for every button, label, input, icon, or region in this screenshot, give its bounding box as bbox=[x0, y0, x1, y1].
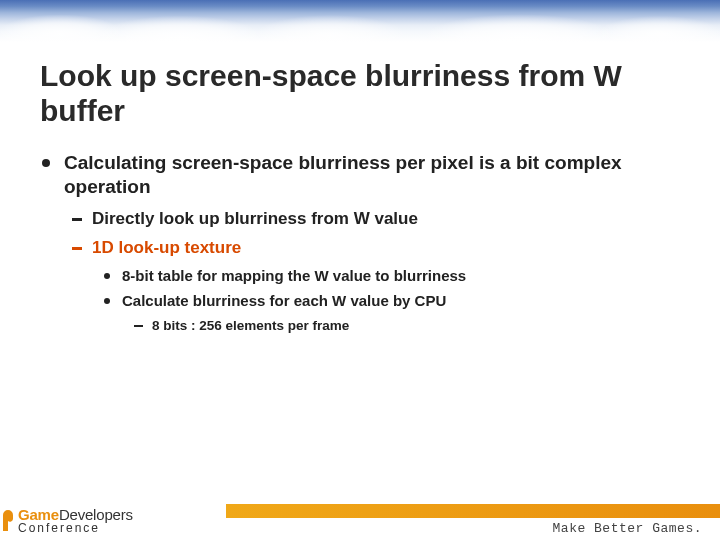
bullet-l2a: Directly look up blurriness from W value bbox=[92, 208, 680, 231]
footer-logo: GameDevelopers Conference bbox=[18, 507, 133, 534]
bullet-l2b-text: 1D look-up texture bbox=[92, 238, 241, 257]
bullet-l4a: 8 bits : 256 elements per frame bbox=[152, 317, 680, 335]
slide-title: Look up screen-space blurriness from W b… bbox=[40, 58, 680, 129]
bullet-list: Calculating screen-space blurriness per … bbox=[40, 151, 680, 335]
bullet-l3b: Calculate blurriness for each W value by… bbox=[122, 291, 680, 334]
footer-tagline: Make Better Games. bbox=[553, 521, 702, 536]
bullet-l1-text: Calculating screen-space blurriness per … bbox=[64, 152, 622, 198]
bullet-l4a-text: 8 bits : 256 elements per frame bbox=[152, 318, 349, 333]
header-clouds bbox=[0, 0, 720, 42]
bullet-l1: Calculating screen-space blurriness per … bbox=[64, 151, 680, 335]
footer-accent-bar bbox=[226, 504, 720, 518]
slide-content: Look up screen-space blurriness from W b… bbox=[0, 42, 720, 335]
bullet-l2a-text: Directly look up blurriness from W value bbox=[92, 209, 418, 228]
bullet-l3a: 8-bit table for mapping the W value to b… bbox=[122, 266, 680, 286]
logo-word-conference: Conference bbox=[18, 522, 133, 534]
footer: GameDevelopers Conference Make Better Ga… bbox=[0, 500, 720, 540]
bullet-l2b: 1D look-up texture 8-bit table for mappi… bbox=[92, 237, 680, 335]
bullet-l3a-text: 8-bit table for mapping the W value to b… bbox=[122, 267, 466, 284]
logo-mark-icon bbox=[2, 510, 15, 532]
bullet-l3b-text: Calculate blurriness for each W value by… bbox=[122, 292, 446, 309]
